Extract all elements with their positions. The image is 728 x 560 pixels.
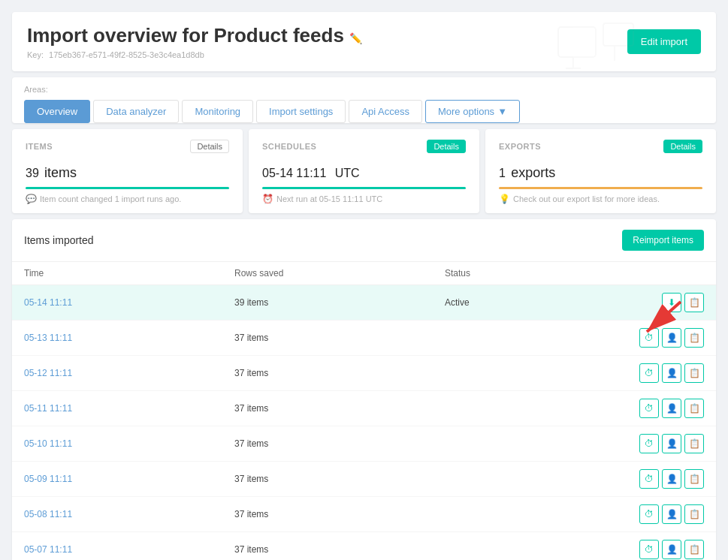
stat-card-items: ITEMS Details 39 items 💬 Item count chan…	[12, 129, 243, 213]
header-card: Import overview for Product feeds ✏️ Key…	[12, 12, 716, 71]
key-row: Key: 175eb367-e571-49f2-8525-3e3c4ea1d8d…	[27, 50, 362, 59]
tab-overview[interactable]: Overview	[24, 100, 90, 123]
cell-rows: 37 items	[234, 544, 445, 555]
clock-icon-btn[interactable]: ⏱	[639, 469, 659, 489]
tab-monitoring[interactable]: Monitoring	[182, 100, 253, 123]
stat-items-label: ITEMS	[26, 142, 53, 151]
stat-schedules-value: 05-14 11:11 UTC	[262, 159, 466, 182]
stat-schedules-bar	[262, 187, 466, 189]
tabs-row: Overview Data analyzer Monitoring Import…	[24, 100, 704, 123]
edit-title-icon[interactable]: ✏️	[349, 32, 362, 44]
cell-rows: 37 items	[234, 403, 445, 414]
stat-schedules-label: SCHEDULES	[262, 142, 316, 151]
chevron-down-icon: ▼	[497, 106, 507, 117]
clock-icon-btn[interactable]: ⏱	[639, 434, 659, 453]
cell-actions: ⏱ 👤 📋	[595, 540, 704, 559]
table-rows: 05-14 11:11 39 items Active ⬇ 📋 05-13 11…	[12, 285, 716, 560]
table-title: Items imported	[24, 234, 94, 246]
cell-rows: 37 items	[234, 333, 445, 343]
cell-actions: ⏱ 👤 📋	[595, 399, 704, 418]
cell-actions: ⏱ 👤 📋	[595, 328, 704, 348]
areas-label: Areas:	[24, 85, 704, 94]
svg-rect-0	[558, 27, 596, 57]
clock-icon-btn[interactable]: ⏱	[639, 399, 659, 418]
cell-time: 05-13 11:11	[24, 333, 234, 343]
file-icon-btn[interactable]: 📋	[684, 469, 704, 489]
user-icon-btn[interactable]: 👤	[662, 434, 681, 453]
table-row: 05-10 11:11 37 items ⏱ 👤 📋	[12, 426, 716, 462]
cell-status: Active	[445, 297, 595, 308]
cell-actions: ⏱ 👤 📋	[595, 469, 704, 489]
cell-time: 05-14 11:11	[24, 297, 234, 308]
tab-api-access[interactable]: Api Access	[349, 100, 422, 123]
clock-icon-btn[interactable]: ⏱	[639, 328, 659, 348]
stat-exports-label: EXPORTS	[499, 142, 541, 151]
clock-icon-btn[interactable]: ⏱	[639, 540, 659, 559]
tab-import-settings[interactable]: Import settings	[256, 100, 346, 123]
user-icon-btn[interactable]: 👤	[662, 328, 681, 348]
cell-time: 05-09 11:11	[24, 474, 234, 484]
clock-icon-btn[interactable]: ⏱	[639, 363, 659, 383]
cell-rows: 37 items	[234, 474, 445, 484]
reimport-button[interactable]: Reimport items	[622, 230, 704, 251]
tab-data-analyzer[interactable]: Data analyzer	[93, 100, 179, 123]
tab-more-options[interactable]: More options ▼	[425, 100, 520, 123]
cell-actions: ⏱ 👤 📋	[595, 504, 704, 524]
col-header-rows: Rows saved	[234, 268, 445, 278]
user-icon-btn[interactable]: 👤	[662, 504, 681, 524]
tabs-section: Areas: Overview Data analyzer Monitoring…	[12, 77, 716, 123]
clock-icon-btn[interactable]: ⏱	[639, 504, 659, 524]
column-headers: Time Rows saved Status	[12, 262, 716, 285]
stat-items-bar	[26, 187, 229, 189]
table-row: 05-12 11:11 37 items ⏱ 👤 📋	[12, 356, 716, 391]
stat-exports-details-btn[interactable]: Details	[663, 140, 702, 153]
table-row: 05-07 11:11 37 items ⏱ 👤 📋	[12, 532, 716, 560]
cell-time: 05-07 11:11	[24, 544, 234, 555]
table-row: 05-09 11:11 37 items ⏱ 👤 📋	[12, 462, 716, 497]
table-section: Items imported Reimport items Time Rows …	[12, 219, 716, 560]
stat-exports-bar	[499, 187, 702, 189]
file-icon-btn[interactable]: 📋	[684, 399, 704, 418]
cell-time: 05-11 11:11	[24, 403, 234, 414]
cell-time: 05-10 11:11	[24, 438, 234, 449]
stat-schedules-header: SCHEDULES Details	[262, 140, 466, 153]
comment-icon: 💬	[26, 194, 37, 204]
cell-rows: 39 items	[234, 297, 445, 308]
stat-exports-value: 1 exports	[499, 159, 702, 182]
lightbulb-icon: 💡	[499, 194, 510, 204]
col-header-status: Status	[445, 268, 595, 278]
file-icon-btn[interactable]: 📋	[684, 293, 704, 312]
edit-import-button[interactable]: Edit import	[627, 29, 701, 54]
user-icon-btn[interactable]: 👤	[662, 399, 681, 418]
stat-schedules-details-btn[interactable]: Details	[427, 140, 466, 153]
file-icon-btn[interactable]: 📋	[684, 434, 704, 453]
cell-rows: 37 items	[234, 368, 445, 378]
clock-circle-icon: ⏰	[262, 194, 273, 204]
cell-time: 05-08 11:11	[24, 509, 234, 519]
cell-actions: ⏱ 👤 📋	[595, 363, 704, 383]
table-row: 05-13 11:11 37 items ⏱ 👤 📋	[12, 321, 716, 356]
stat-exports-header: EXPORTS Details	[499, 140, 702, 153]
user-icon-btn[interactable]: 👤	[662, 540, 681, 559]
file-icon-btn[interactable]: 📋	[684, 504, 704, 524]
table-header: Items imported Reimport items	[12, 219, 716, 262]
file-icon-btn[interactable]: 📋	[684, 328, 704, 348]
header-left: Import overview for Product feeds ✏️ Key…	[27, 24, 362, 59]
col-header-actions	[595, 268, 704, 278]
download-icon-btn[interactable]: ⬇	[662, 293, 681, 312]
stat-schedules-note: ⏰ Next run at 05-15 11:11 UTC	[262, 194, 466, 204]
col-header-time: Time	[24, 268, 234, 278]
file-icon-btn[interactable]: 📋	[684, 363, 704, 383]
stat-exports-note: 💡 Check out our export list for more ide…	[499, 194, 702, 204]
stat-items-note: 💬 Item count changed 1 import runs ago.	[26, 194, 229, 204]
stat-card-schedules: SCHEDULES Details 05-14 11:11 UTC ⏰ Next…	[249, 129, 479, 213]
stat-items-details-btn[interactable]: Details	[190, 140, 229, 153]
user-icon-btn[interactable]: 👤	[662, 469, 681, 489]
cell-actions: ⬇ 📋	[595, 293, 704, 312]
stats-row: ITEMS Details 39 items 💬 Item count chan…	[12, 129, 716, 213]
file-icon-btn[interactable]: 📋	[684, 540, 704, 559]
cell-rows: 37 items	[234, 509, 445, 519]
stat-items-value: 39 items	[26, 159, 229, 182]
user-icon-btn[interactable]: 👤	[662, 363, 681, 383]
cell-actions: ⏱ 👤 📋	[595, 434, 704, 453]
